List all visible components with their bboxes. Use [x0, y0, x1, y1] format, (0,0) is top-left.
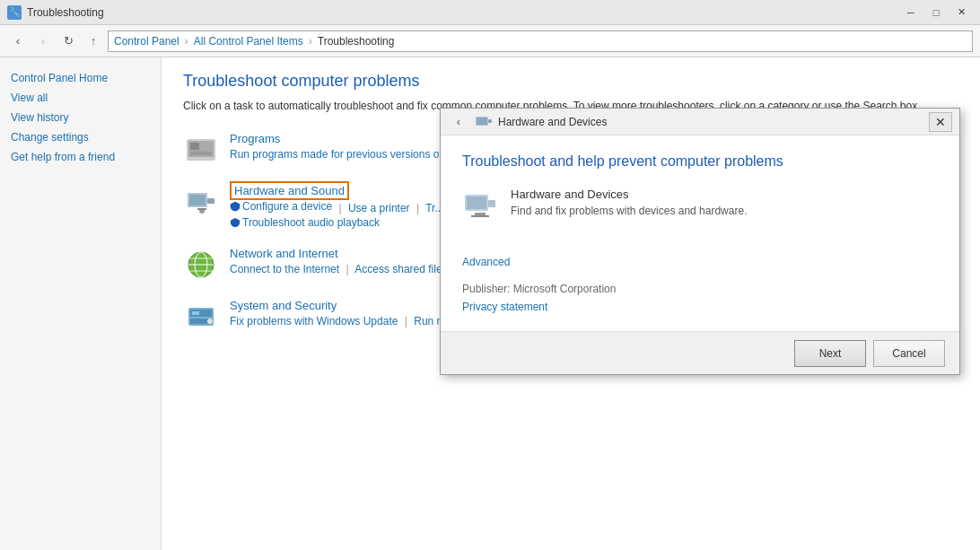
svg-rect-20: [477, 118, 487, 125]
publisher-value: Microsoft Corporation: [513, 283, 617, 295]
dialog-item-desc: Find and fix problems with devices and h…: [511, 205, 938, 217]
windows-update-link[interactable]: Fix problems with Windows Update: [230, 315, 398, 327]
up-button[interactable]: ↑: [83, 31, 104, 52]
programs-icon: [183, 132, 219, 168]
forward-button[interactable]: ›: [32, 31, 54, 52]
security-title[interactable]: System and Security: [230, 299, 337, 312]
publisher-label: Publisher:: [462, 283, 513, 295]
svg-rect-3: [190, 152, 212, 155]
audio-playback-link[interactable]: Troubleshoot audio playback: [242, 216, 380, 229]
advanced-link[interactable]: Advanced: [462, 256, 938, 268]
sidebar-item-get-help[interactable]: Get help from a friend: [11, 151, 150, 163]
refresh-button[interactable]: ↻: [57, 31, 79, 52]
programs-run-link[interactable]: Run programs made for previous versions …: [230, 148, 464, 161]
back-button[interactable]: ‹: [7, 31, 29, 52]
svg-rect-26: [471, 215, 489, 217]
dialog-title-text: Hardware and Devices: [498, 116, 929, 128]
hardware-title[interactable]: Hardware and Sound: [230, 181, 349, 200]
dialog-item-icon: [462, 188, 498, 223]
sidebar-item-view-all[interactable]: View all: [11, 92, 150, 104]
title-bar-controls: ─ □ ✕: [899, 4, 973, 22]
dialog-titlebar: ‹ Hardware and Devices ✕: [441, 109, 959, 135]
dialog-item: Hardware and Devices Find and fix proble…: [462, 188, 938, 223]
sidebar-item-change-settings[interactable]: Change settings: [11, 131, 150, 144]
breadcrumb-current: Troubleshooting: [318, 35, 395, 48]
svg-rect-5: [189, 195, 206, 205]
sidebar: Control Panel Home View all View history…: [0, 57, 162, 550]
breadcrumb-controlpanel[interactable]: Control Panel: [114, 35, 179, 48]
minimize-button[interactable]: ─: [899, 4, 923, 22]
svg-rect-6: [207, 198, 214, 204]
next-button[interactable]: Next: [794, 340, 866, 367]
dialog-back-button[interactable]: ‹: [448, 111, 469, 133]
maximize-button[interactable]: □: [924, 4, 948, 22]
svg-rect-25: [475, 213, 486, 215]
window-icon: 🔧: [7, 5, 22, 20]
security-icon: [183, 299, 219, 335]
svg-rect-21: [488, 119, 492, 123]
dialog-main-title: Troubleshoot and help prevent computer p…: [462, 153, 938, 170]
breadcrumb: Control Panel › All Control Panel Items …: [108, 31, 973, 52]
address-bar: ‹ › ↻ ↑ Control Panel › All Control Pane…: [0, 25, 980, 57]
svg-rect-2: [190, 143, 199, 150]
network-title[interactable]: Network and Internet: [230, 247, 338, 260]
shield-icon-configure: [230, 201, 241, 212]
breadcrumb-allitems[interactable]: All Control Panel Items: [194, 35, 303, 48]
cancel-button[interactable]: Cancel: [873, 340, 945, 367]
dialog-item-content: Hardware and Devices Find and fix proble…: [511, 188, 938, 217]
close-button[interactable]: ✕: [949, 4, 973, 22]
dialog-footer: Advanced Publisher: Microsoft Corporatio…: [441, 256, 959, 331]
window-title: Troubleshooting: [27, 6, 104, 19]
page-title: Troubleshoot computer problems: [183, 72, 958, 91]
dialog-icon: [475, 113, 493, 131]
title-bar: 🔧 Troubleshooting ─ □ ✕: [0, 0, 980, 25]
dialog-close-button[interactable]: ✕: [929, 112, 952, 132]
use-printer-link[interactable]: Use a printer: [348, 202, 410, 214]
network-icon: [183, 247, 219, 283]
hardware-devices-dialog: ‹ Hardware and Devices ✕ Troubleshoot an…: [440, 108, 960, 375]
dialog-body: Troubleshoot and help prevent computer p…: [441, 135, 959, 256]
dialog-buttons: Next Cancel: [441, 331, 959, 374]
svg-rect-8: [197, 208, 206, 210]
publisher-info: Publisher: Microsoft Corporation: [462, 283, 938, 295]
privacy-link[interactable]: Privacy statement: [462, 301, 547, 313]
svg-rect-24: [488, 200, 495, 207]
shield-icon-audio: [230, 217, 241, 228]
svg-rect-17: [192, 311, 199, 315]
sidebar-item-view-history[interactable]: View history: [11, 111, 150, 124]
svg-point-18: [207, 319, 213, 324]
dialog-item-title: Hardware and Devices: [511, 188, 938, 201]
svg-rect-23: [467, 196, 486, 209]
connect-internet-link[interactable]: Connect to the Internet: [230, 263, 339, 275]
configure-device-link[interactable]: Configure a device: [242, 200, 332, 213]
hardware-icon: [183, 184, 219, 220]
sidebar-item-controlpanel-home[interactable]: Control Panel Home: [11, 72, 150, 84]
programs-title[interactable]: Programs: [230, 132, 280, 145]
